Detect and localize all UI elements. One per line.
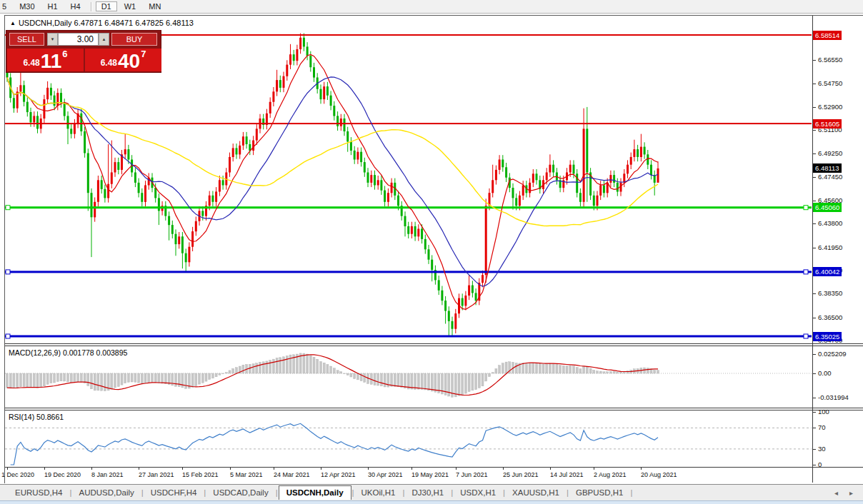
symbol-tab-XAUUSD[interactable]: XAUUSD,H1 (506, 487, 566, 498)
price-tick (813, 373, 816, 374)
price-tick (813, 107, 816, 108)
price-tick (813, 60, 816, 61)
date-tick (139, 468, 139, 470)
chart-ohlc: 6.47871 6.48471 6.47825 6.48113 (74, 19, 194, 27)
buy-price-big: 40 (118, 52, 140, 70)
timeframe-button-H4[interactable]: H4 (65, 1, 86, 11)
date-label: 2 Aug 2021 (594, 471, 627, 478)
date-label: 19 Dec 2020 (44, 471, 81, 478)
price-level-label: 6.51605 (813, 119, 842, 128)
symbol-tab-AUDUSD[interactable]: AUDUSD,Daily (72, 487, 140, 498)
date-axis[interactable]: 1 Dec 202019 Dec 20208 Jan 202127 Jan 20… (5, 468, 812, 483)
date-label: 20 Aug 2021 (641, 471, 677, 478)
rsi-chart[interactable] (5, 410, 812, 467)
price-tick-label: 6.41950 (818, 243, 842, 251)
date-label: 1 Dec 2020 (1, 471, 34, 478)
timeframe-button-D1[interactable]: D1 (96, 1, 117, 11)
chart-window: MACD(12,26,9) 0.001778 0.003895 RSI(14) … (4, 15, 863, 483)
spin-down-icon: ▼ (51, 37, 55, 41)
sell-price-base: 6.48 (23, 58, 39, 68)
price-tick (813, 354, 816, 355)
sell-button[interactable]: SELL (9, 33, 44, 46)
price-tick-label: 6.52900 (818, 103, 842, 111)
price-tick (813, 398, 816, 398)
macd-name: MACD(12,26,9) (9, 348, 61, 357)
volume-decrease-button[interactable]: ▼ (47, 33, 58, 46)
volume-increase-button[interactable]: ▲ (99, 33, 109, 46)
price-tick-label: 100 (818, 408, 829, 415)
price-tick (813, 153, 816, 154)
price-tick (813, 223, 816, 224)
date-tick (503, 468, 504, 470)
price-tick (813, 248, 816, 248)
timeframe-button-M30[interactable]: M30 (14, 1, 40, 11)
date-tick (274, 468, 274, 470)
one-click-trading-panel: SELL ▼ 3.00 ▲ BUY 6.48 11 6 6.48 40 7 (6, 30, 161, 73)
sell-price-big: 11 (41, 52, 62, 70)
symbol-tab-USDCNH[interactable]: USDCNH,Daily (279, 485, 351, 500)
price-tick (813, 449, 816, 450)
panel-separator[interactable] (5, 343, 863, 344)
tab-scroll-right-icon[interactable]: ▸ (849, 489, 853, 497)
date-tick (230, 468, 231, 470)
toolbar-separator (91, 2, 91, 11)
tab-separator: | (276, 488, 278, 497)
symbol-tab-UKOil[interactable]: UKOil,H1 (355, 487, 402, 498)
tab-separator: | (352, 488, 354, 497)
date-tick (7, 468, 8, 470)
price-tick-label: 30 (818, 445, 826, 453)
timeframe-button-W1[interactable]: W1 (119, 1, 142, 11)
date-label: 5 Mar 2021 (230, 471, 263, 478)
volume-input[interactable]: 3.00 (58, 33, 99, 46)
sell-price-sup: 6 (62, 49, 67, 59)
price-tick (813, 428, 816, 428)
symbol-tab-USDX[interactable]: USDX,H1 (454, 487, 502, 498)
date-tick (594, 468, 594, 470)
tab-scroll-left-icon[interactable]: ◂ (834, 489, 838, 497)
symbol-tab-EURUSD[interactable]: EURUSD,H4 (9, 487, 69, 498)
rsi-value: 50.8661 (36, 413, 64, 421)
tab-separator: | (451, 488, 453, 497)
buy-price-tile[interactable]: 6.48 40 7 (85, 49, 161, 71)
tab-nav: ◂▸ (834, 489, 863, 497)
timeframe-toolbar: 5M30H1H4D1W1MN (0, 0, 863, 14)
price-level-label: 6.58514 (813, 31, 842, 40)
rsi-panel[interactable]: RSI(14) 50.8661 (5, 410, 812, 467)
tab-separator: | (141, 488, 144, 497)
status-strip (0, 500, 863, 504)
panel-separator[interactable] (5, 408, 863, 408)
buy-button[interactable]: BUY (111, 33, 157, 46)
price-tick-label: 6.54750 (818, 79, 842, 87)
price-tick-label: 6.49250 (818, 149, 842, 157)
price-tick-label: -0.031994 (818, 393, 849, 401)
symbol-tab-USDCAD[interactable]: USDCAD,Daily (206, 487, 274, 498)
date-label: 25 Jun 2021 (503, 471, 539, 478)
tab-separator: | (630, 488, 632, 497)
tab-separator: | (204, 488, 206, 497)
macd-value-signal: 0.003895 (96, 348, 128, 357)
symbol-tab-USDCHF[interactable]: USDCHF,H4 (144, 487, 204, 498)
symbol-tab-DJ30[interactable]: DJ30,H1 (406, 487, 451, 498)
sell-price-tile[interactable]: 6.48 11 6 (7, 49, 84, 71)
price-tick-label: 0 (818, 460, 822, 468)
spin-up-icon: ▲ (102, 37, 106, 41)
collapse-icon[interactable]: ▲ (10, 20, 16, 26)
date-label: 7 Jun 2021 (456, 471, 488, 478)
date-label: 30 Apr 2021 (368, 471, 403, 478)
timeframe-button-5[interactable]: 5 (1, 1, 12, 11)
date-label: 24 Mar 2021 (274, 471, 310, 478)
price-axis[interactable]: 6.565506.547506.529006.511006.492506.474… (812, 16, 863, 483)
chart-title: ▲USDCNH,Daily 6.47871 6.48471 6.47825 6.… (10, 19, 194, 27)
price-tick-label: 6.36500 (818, 313, 842, 321)
price-tick (813, 412, 816, 413)
tab-separator: | (69, 488, 71, 497)
price-level-label: 6.45060 (813, 203, 842, 212)
price-tick (813, 177, 816, 178)
macd-panel[interactable]: MACD(12,26,9) 0.001778 0.003895 (5, 346, 812, 408)
date-tick (182, 468, 183, 470)
timeframe-button-MN[interactable]: MN (143, 1, 166, 11)
date-tick (44, 468, 45, 470)
timeframe-button-H1[interactable]: H1 (42, 1, 64, 11)
symbol-tab-bar: EURUSD,H4|AUDUSD,Daily|USDCHF,H4|USDCAD,… (0, 484, 863, 500)
symbol-tab-GBPUSD[interactable]: GBPUSD,H1 (569, 487, 629, 498)
